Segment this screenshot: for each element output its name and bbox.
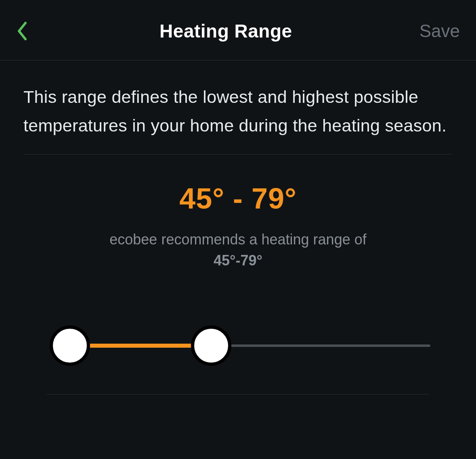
description-text: This range defines the lowest and highes…: [23, 83, 453, 154]
range-value: 45° - 79°: [23, 182, 453, 215]
range-slider[interactable]: [23, 323, 453, 368]
content-area: This range defines the lowest and highes…: [0, 61, 476, 394]
header-bar: Heating Range Save: [0, 0, 476, 61]
slider-handle-low[interactable]: [50, 325, 90, 366]
recommendation-text: ecobee recommends a heating range of 45°…: [23, 229, 453, 271]
recommendation-value: 45°-79°: [214, 252, 262, 269]
divider: [47, 394, 429, 394]
chevron-left-icon: [17, 21, 28, 41]
range-display: 45° - 79° ecobee recommends a heating ra…: [23, 182, 453, 271]
recommendation-prefix: ecobee recommends a heating range of: [109, 231, 366, 248]
save-button[interactable]: Save: [419, 21, 460, 41]
back-button[interactable]: [12, 21, 32, 41]
slider-handle-high[interactable]: [191, 325, 231, 366]
page-title: Heating Range: [159, 20, 292, 42]
